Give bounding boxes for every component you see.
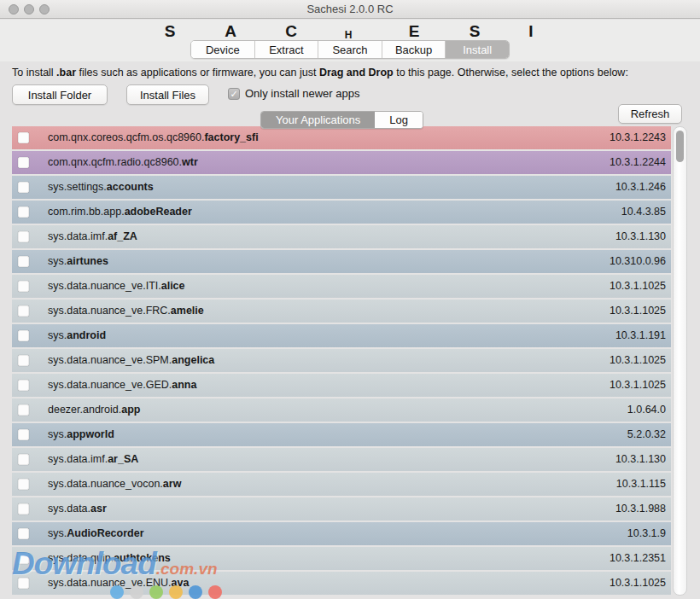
app-name-prefix: sys.data.nuance_ve.SPM. xyxy=(48,354,172,366)
app-row-checkbox[interactable] xyxy=(18,454,29,465)
app-row-checkbox[interactable] xyxy=(18,132,29,143)
app-row-adobeReader[interactable]: com.rim.bb.app.adobeReader10.4.3.85 xyxy=(12,201,671,224)
app-row-ar_SA[interactable]: sys.data.imf.ar_SA10.3.1.130 xyxy=(12,448,671,471)
instruction-text: To install .bar files such as applicatio… xyxy=(12,67,628,79)
zoom-button[interactable] xyxy=(39,4,50,15)
app-row-asr[interactable]: sys.data.asr10.3.1.988 xyxy=(12,497,671,520)
app-name-prefix: sys.data. xyxy=(48,503,90,515)
app-row-checkbox[interactable] xyxy=(18,429,29,440)
app-name-bold: airtunes xyxy=(67,255,108,267)
view-tab-bar: Your ApplicationsLog xyxy=(260,111,423,129)
app-row-alice[interactable]: sys.data.nuance_ve.ITI.alice10.3.1.1025 xyxy=(12,275,671,298)
app-name-bold: ar_SA xyxy=(108,453,138,465)
app-version: 10.4.3.85 xyxy=(621,206,666,218)
app-name-bold: af_ZA xyxy=(108,230,137,242)
install-files-button[interactable]: Install Files xyxy=(126,84,209,105)
app-row-checkbox[interactable] xyxy=(18,528,29,539)
app-name: sys.airtunes xyxy=(48,255,108,267)
app-row-checkbox[interactable] xyxy=(18,330,29,341)
tab-backup[interactable]: Backup xyxy=(382,41,446,58)
install-folder-button[interactable]: Install Folder xyxy=(12,84,108,105)
app-row-checkbox[interactable] xyxy=(18,157,29,168)
app-name-bold: arw xyxy=(163,478,182,490)
app-row-wtr[interactable]: com.qnx.qcfm.radio.qc8960.wtr10.3.1.2244 xyxy=(12,151,671,174)
app-list: com.qnx.coreos.qcfm.os.qc8960.factory_sf… xyxy=(12,126,671,599)
header: SACHESI DeviceExtractSearchBackupInstall xyxy=(0,20,700,61)
app-row-android[interactable]: sys.android10.3.1.191 xyxy=(12,324,671,347)
app-name-prefix: sys.data.quip. xyxy=(48,552,114,564)
app-name-prefix: sys. xyxy=(48,428,67,440)
app-name-prefix: com.qnx.coreos.qcfm.os.qc8960. xyxy=(48,131,204,143)
app-version: 5.2.0.32 xyxy=(627,428,666,440)
app-row-AudioRecorder[interactable]: sys.AudioRecorder10.3.1.9 xyxy=(12,522,671,545)
scrollbar-thumb[interactable] xyxy=(676,131,684,162)
close-button[interactable] xyxy=(9,4,19,15)
app-row-checkbox[interactable] xyxy=(18,305,29,317)
instruction-segment: to this page. Otherwise, select the opti… xyxy=(394,67,628,79)
app-version: 10.3.1.1025 xyxy=(610,280,666,292)
app-row-checkbox[interactable] xyxy=(18,404,29,416)
app-row-app[interactable]: deezer.android.app1.0.64.0 xyxy=(12,398,671,422)
app-name: deezer.android.app xyxy=(48,404,140,416)
app-row-authtokens[interactable]: sys.data.quip.authtokens10.3.1.2351 xyxy=(12,547,671,570)
app-row-factory_sfi[interactable]: com.qnx.coreos.qcfm.os.qc8960.factory_sf… xyxy=(12,126,671,149)
logo-letter-i: I xyxy=(528,22,533,41)
app-row-accounts[interactable]: sys.settings.accounts10.3.1.246 xyxy=(12,176,671,199)
app-row-checkbox[interactable] xyxy=(18,578,29,589)
tab-device[interactable]: Device xyxy=(191,41,255,58)
app-name-prefix: sys.data.nuance_ve.ENU. xyxy=(48,577,172,589)
checkmark-icon: ✓ xyxy=(230,89,237,99)
logo-letter-s: S xyxy=(165,22,176,41)
instruction-bold-segment: .bar xyxy=(56,67,76,79)
only-newer-label: Only install newer apps xyxy=(245,87,359,100)
app-row-anna[interactable]: sys.data.nuance_ve.GED.anna10.3.1.1025 xyxy=(12,374,671,397)
app-row-airtunes[interactable]: sys.airtunes10.310.0.96 xyxy=(12,250,671,273)
app-row-checkbox[interactable] xyxy=(18,206,29,218)
app-row-checkbox[interactable] xyxy=(18,503,29,515)
app-name: sys.data.nuance_ve.ITI.alice xyxy=(48,280,185,292)
app-name-bold: asr xyxy=(90,503,107,515)
app-name: sys.data.nuance_ve.GED.anna xyxy=(48,379,196,391)
app-version: 10.3.1.988 xyxy=(615,503,666,515)
app-name: com.rim.bb.app.adobeReader xyxy=(48,206,192,218)
app-row-checkbox[interactable] xyxy=(18,281,29,292)
app-version: 10.3.1.1025 xyxy=(610,305,666,317)
app-row-arw[interactable]: sys.data.nuance_vocon.arw10.3.1.115 xyxy=(12,473,671,496)
app-row-checkbox[interactable] xyxy=(18,182,29,193)
app-name: sys.data.nuance_ve.FRC.amelie xyxy=(48,305,204,317)
app-version: 10.3.1.130 xyxy=(615,453,666,465)
tab-install[interactable]: Install xyxy=(446,41,509,58)
app-row-appworld[interactable]: sys.appworld5.2.0.32 xyxy=(12,423,671,446)
app-name-bold: factory_sfi xyxy=(204,131,258,143)
only-newer-checkbox[interactable]: ✓ xyxy=(228,88,240,100)
app-row-ava[interactable]: sys.data.nuance_ve.ENU.ava10.3.1.1025 xyxy=(12,572,671,595)
tab-log[interactable]: Log xyxy=(375,112,423,128)
app-row-angelica[interactable]: sys.data.nuance_ve.SPM.angelica10.3.1.10… xyxy=(12,349,671,372)
app-row-af_ZA[interactable]: sys.data.imf.af_ZA10.3.1.130 xyxy=(12,225,671,248)
instruction-segment: To install xyxy=(12,67,56,79)
app-window: Sachesi 2.0.0 RC SACHESI DeviceExtractSe… xyxy=(0,0,700,599)
app-version: 10.310.0.96 xyxy=(610,255,666,267)
app-row-checkbox[interactable] xyxy=(18,256,29,267)
tab-extract[interactable]: Extract xyxy=(255,41,319,58)
instruction-segment: files such as applications or firmware, … xyxy=(76,67,319,79)
app-name-prefix: sys.settings. xyxy=(48,181,107,193)
app-version: 10.3.1.246 xyxy=(615,181,666,193)
minimize-button[interactable] xyxy=(24,4,34,15)
app-row-checkbox[interactable] xyxy=(18,380,29,391)
app-name: sys.data.quip.authtokens xyxy=(48,552,171,564)
app-row-checkbox[interactable] xyxy=(18,553,29,564)
app-row-checkbox[interactable] xyxy=(18,479,29,490)
tab-your-applications[interactable]: Your Applications xyxy=(261,112,375,128)
scrollbar[interactable] xyxy=(673,126,687,596)
app-name: sys.data.imf.ar_SA xyxy=(48,453,138,465)
only-newer-option[interactable]: ✓ Only install newer apps xyxy=(228,87,359,100)
app-row-checkbox[interactable] xyxy=(18,355,29,366)
app-row-amelie[interactable]: sys.data.nuance_ve.FRC.amelie10.3.1.1025 xyxy=(12,300,671,323)
refresh-button[interactable]: Refresh xyxy=(618,104,682,124)
app-version: 10.3.1.115 xyxy=(616,478,666,490)
logo-letter-a: A xyxy=(225,22,236,41)
tab-search[interactable]: Search xyxy=(318,41,382,58)
app-version: 10.3.1.130 xyxy=(615,230,666,242)
app-row-checkbox[interactable] xyxy=(18,231,29,242)
